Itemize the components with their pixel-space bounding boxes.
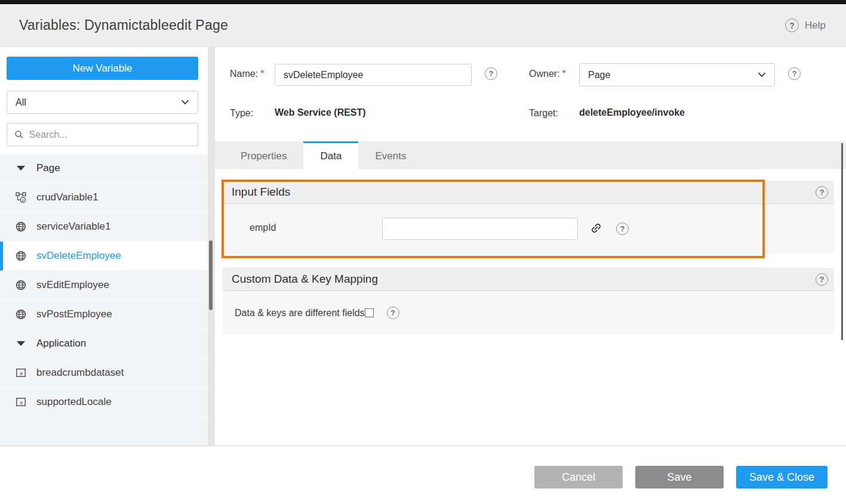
help-icon: ? [785,18,799,32]
name-label: Name:* [230,69,264,79]
section-title: Custom Data & Key Mapping [232,273,378,286]
web-service-icon [15,309,27,320]
search-input[interactable] [29,129,190,140]
help-button[interactable]: ? Help [785,18,826,32]
web-service-icon [15,251,27,261]
variable-detail-pane: Name:* ? Owner:* Page ? Type: Web Servic… [215,47,846,446]
collapse-triangle-icon [15,166,27,171]
dialog-footer: Cancel Save Save & Close [0,446,846,504]
section-title: Input Fields [232,185,290,199]
owner-selected-value: Page [588,70,610,81]
name-input[interactable] [275,64,472,86]
input-fields-header: Input Fields ? [223,181,834,204]
variable-filter-select[interactable]: All [7,91,198,114]
empid-input[interactable] [382,218,578,240]
help-label: Help [805,20,826,32]
empid-help-icon[interactable]: ? [616,222,629,235]
custom-mapping-body: Data & keys are different fields ? [223,291,834,335]
new-variable-button[interactable]: New Variable [7,57,198,80]
variable-list: Page x crudVariable1 [0,154,208,446]
model-variable-icon: x [15,367,27,378]
sidebar-scrollbar-track[interactable] [208,47,215,446]
required-asterisk: * [562,69,566,79]
page-title: Variables: Dynamictableedit Page [19,17,228,33]
content-scrollbar-thumb[interactable] [841,143,843,340]
tab-bar: Properties Data Events [215,141,846,169]
tab-events[interactable]: Events [358,141,423,169]
different-fields-help-icon[interactable]: ? [387,307,399,319]
svg-text:x: x [19,370,23,376]
search-icon [14,129,24,140]
owner-select[interactable]: Page [579,63,775,86]
variable-label: svPostEmployee [36,308,112,320]
sidebar-item-crudvariable1[interactable]: x crudVariable1 [0,183,208,212]
input-fields-section: Input Fields ? empId ? [223,181,834,254]
save-and-close-button[interactable]: Save & Close [736,466,827,488]
filter-selected-value: All [16,97,26,108]
group-label: Page [36,162,60,174]
variable-label: crudVariable1 [36,191,99,203]
variable-label: supportedLocale [36,396,112,408]
different-fields-checkbox[interactable] [365,308,374,317]
required-asterisk: * [260,69,264,79]
sidebar-item-sveditemployee[interactable]: svEditEmployee [0,271,208,300]
group-label: Application [36,338,86,350]
sidebar-item-breadcrumbdataset[interactable]: x breadcrumbdataset [0,358,208,388]
field-label-empid: empId [250,222,276,233]
variable-label: svDeleteEmployee [36,250,121,262]
bind-link-icon[interactable] [590,222,602,234]
input-fields-help-icon[interactable]: ? [816,186,828,199]
cancel-button[interactable]: Cancel [534,466,623,488]
dialog-header: Variables: Dynamictableedit Page ? Help [0,4,846,47]
web-service-icon [15,221,27,232]
tab-properties[interactable]: Properties [224,141,303,169]
sidebar-item-svpostemployee[interactable]: svPostEmployee [0,300,208,329]
variable-search[interactable] [7,123,198,146]
type-value: Web Service (REST) [275,107,366,118]
svg-text:x: x [21,197,24,203]
custom-mapping-section: Custom Data & Key Mapping ? Data & keys … [223,268,834,335]
sidebar-item-servicevariable1[interactable]: serviceVariable1 [0,212,208,242]
save-button[interactable]: Save [635,466,724,488]
sidebar-group-application[interactable]: Application [0,329,208,358]
tab-data[interactable]: Data [303,141,358,169]
sidebar-group-page[interactable]: Page [0,154,208,183]
custom-mapping-header: Custom Data & Key Mapping ? [223,268,834,291]
type-label: Type: [230,108,253,119]
model-variable-icon: x [15,397,27,407]
target-label: Target: [529,108,558,119]
owner-label: Owner:* [529,69,566,79]
sidebar-item-supportedlocale[interactable]: x supportedLocale [0,388,208,417]
web-service-icon [15,280,27,290]
name-help-icon[interactable]: ? [485,67,497,80]
custom-mapping-help-icon[interactable]: ? [816,273,828,286]
sidebar-item-svdeleteemployee[interactable]: svDeleteEmployee [0,242,208,271]
owner-help-icon[interactable]: ? [788,67,801,80]
background-app-toolbar [0,0,846,4]
svg-text:x: x [19,399,23,406]
input-fields-body: empId ? [223,204,834,254]
collapse-triangle-icon [15,341,27,346]
variable-label: breadcrumbdataset [36,367,124,379]
variable-label: serviceVariable1 [36,221,110,233]
target-value: deleteEmployee/invoke [579,107,685,118]
sidebar-scrollbar-thumb[interactable] [209,240,213,310]
variables-sidebar: New Variable All Page [0,47,215,446]
chevron-down-icon [181,100,189,105]
chevron-down-icon [758,72,766,78]
crud-variable-icon: x [15,192,27,203]
variable-label: svEditEmployee [36,279,109,291]
different-fields-label: Data & keys are different fields [235,308,365,319]
